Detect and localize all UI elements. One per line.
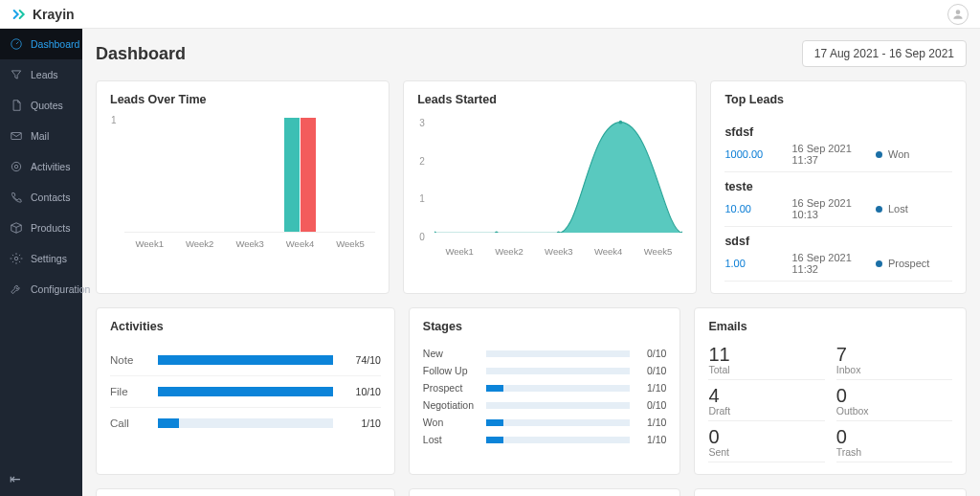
page-header: Dashboard 17 Aug 2021 - 16 Sep 2021 xyxy=(96,40,967,67)
status-dot-icon xyxy=(876,260,882,267)
email-metric-outbox[interactable]: 0Outbox xyxy=(836,386,952,421)
sidebar-item-label: Dashboard xyxy=(31,38,79,50)
stage-value: 0/10 xyxy=(637,348,666,359)
top-lead-row[interactable]: sfdsf1000.0016 Sep 2021 11:37Won xyxy=(724,118,952,172)
svg-rect-2 xyxy=(11,133,22,140)
brand: Krayin xyxy=(11,7,75,22)
stage-value: 1/10 xyxy=(637,417,666,428)
user-avatar-button[interactable] xyxy=(947,4,969,25)
email-metric-inbox[interactable]: 7Inbox xyxy=(836,345,952,380)
stage-label: Lost xyxy=(423,434,479,445)
lead-date: 16 Sep 2021 11:37 xyxy=(791,143,876,166)
sidebar-item-activities[interactable]: Activities xyxy=(0,151,82,182)
customers-card: Customers xyxy=(96,488,395,496)
top-leads-card: Top Leads sfdsf1000.0016 Sep 2021 11:37W… xyxy=(710,80,967,294)
svg-point-4 xyxy=(14,165,18,169)
lead-amount: 1000.00 xyxy=(724,148,791,160)
stage-label: Follow Up xyxy=(423,365,479,376)
stage-bar xyxy=(486,402,631,409)
stage-bar xyxy=(486,437,631,443)
lead-status: Won xyxy=(876,148,952,160)
brand-logo-icon xyxy=(11,7,27,22)
sidebar-item-mail[interactable]: Mail xyxy=(0,121,82,151)
top-lead-row[interactable]: sdsf1.0016 Sep 2021 11:32Prospect xyxy=(724,227,952,282)
leads-over-time-chart: 1 xyxy=(124,118,375,233)
email-metric-total[interactable]: 11Total xyxy=(708,345,824,380)
email-label: Trash xyxy=(836,446,952,458)
lead-amount: 10.00 xyxy=(724,203,791,214)
x-label: Week2 xyxy=(484,242,534,257)
card-title: Leads Started xyxy=(417,93,682,106)
svg-point-6 xyxy=(434,231,436,233)
email-count: 0 xyxy=(708,427,824,446)
email-metric-sent[interactable]: 0Sent xyxy=(708,427,824,462)
stage-label: Won xyxy=(423,417,479,428)
x-label: Week1 xyxy=(434,242,484,257)
activity-label: Note xyxy=(110,354,148,366)
x-label: Week5 xyxy=(325,233,375,249)
sidebar-item-configuration[interactable]: Configuration xyxy=(0,274,82,304)
email-count: 4 xyxy=(708,386,824,405)
email-metric-draft[interactable]: 4Draft xyxy=(708,386,824,421)
filter-icon xyxy=(10,68,23,81)
content-area: Dashboard 17 Aug 2021 - 16 Sep 2021 Lead… xyxy=(82,29,980,496)
status-dot-icon xyxy=(876,206,882,213)
sidebar-item-label: Quotes xyxy=(31,100,63,111)
stage-value: 1/10 xyxy=(637,434,666,445)
sidebar-item-contacts[interactable]: Contacts xyxy=(0,182,82,213)
stage-row: Prospect1/10 xyxy=(423,379,667,396)
sidebar-item-leads[interactable]: Leads xyxy=(0,59,82,90)
lead-name: sdsf xyxy=(724,235,952,248)
activity-value: 74/10 xyxy=(343,354,381,366)
x-label: Week3 xyxy=(225,233,275,249)
email-label: Sent xyxy=(708,446,824,458)
lead-status: Lost xyxy=(876,203,952,214)
document-icon xyxy=(10,99,23,112)
x-label: Week4 xyxy=(584,242,634,257)
email-label: Draft xyxy=(708,405,824,417)
email-label: Inbox xyxy=(836,364,952,375)
stage-row: Negotiation0/10 xyxy=(423,396,667,414)
stage-value: 0/10 xyxy=(637,399,666,411)
dashboard-icon xyxy=(10,37,23,51)
y-tick: 1 xyxy=(419,193,425,204)
email-count: 7 xyxy=(836,345,952,364)
lead-status: Prospect xyxy=(876,258,952,269)
top-lead-row[interactable]: teste10.0016 Sep 2021 10:13Lost xyxy=(724,172,952,227)
x-label: Week1 xyxy=(124,233,174,249)
email-metric-trash[interactable]: 0Trash xyxy=(836,427,952,462)
email-label: Outbox xyxy=(836,405,952,417)
topbar: Krayin xyxy=(0,0,980,29)
wrench-icon xyxy=(10,282,23,296)
date-range-picker[interactable]: 17 Aug 2021 - 16 Sep 2021 xyxy=(802,40,967,67)
stage-label: Prospect xyxy=(423,382,479,394)
stage-row: Lost1/10 xyxy=(423,431,667,448)
svg-point-3 xyxy=(11,162,20,170)
x-label: Week4 xyxy=(275,233,324,249)
svg-point-5 xyxy=(14,257,18,260)
sidebar-item-dashboard[interactable]: Dashboard xyxy=(0,29,82,59)
mail-icon xyxy=(10,129,23,143)
card-title: Activities xyxy=(110,320,381,333)
sidebar-item-quotes[interactable]: Quotes xyxy=(0,90,82,121)
email-label: Total xyxy=(708,364,824,375)
bar-series-a-week4 xyxy=(284,118,300,232)
sidebar-collapse-button[interactable]: ⇤ xyxy=(10,471,21,486)
emails-card: Emails 11Total7Inbox4Draft0Outbox0Sent0T… xyxy=(694,307,967,475)
x-label: Week3 xyxy=(534,242,584,257)
email-count: 0 xyxy=(836,386,952,405)
phone-icon xyxy=(10,191,23,204)
sidebar-item-products[interactable]: Products xyxy=(0,213,82,243)
x-label: Week2 xyxy=(174,233,224,249)
sidebar-item-label: Configuration xyxy=(31,283,90,295)
stage-row: Follow Up0/10 xyxy=(423,362,667,379)
lead-date: 16 Sep 2021 10:13 xyxy=(791,197,876,220)
svg-point-9 xyxy=(619,121,623,124)
activity-label: File xyxy=(110,386,148,397)
stage-label: New xyxy=(423,348,479,359)
leads-over-time-card: Leads Over Time 1 Week1Week2Week3Week4W xyxy=(96,80,390,294)
box-icon xyxy=(10,221,23,235)
stage-bar xyxy=(486,385,631,392)
stage-bar xyxy=(486,419,631,426)
sidebar-item-settings[interactable]: Settings xyxy=(0,243,82,274)
